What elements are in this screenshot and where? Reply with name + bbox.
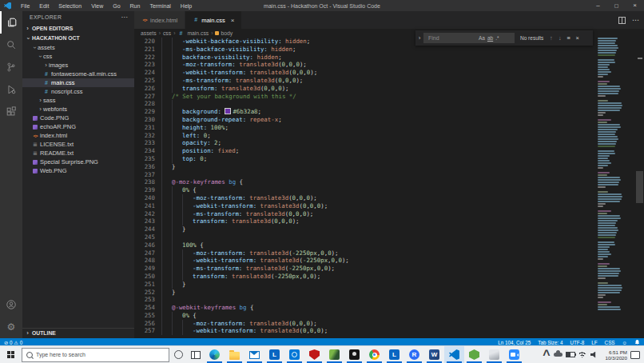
find-previous-icon[interactable]: ↑	[547, 34, 555, 42]
taskbar-app-r-app[interactable]: R	[404, 346, 424, 363]
onedrive-cloud-icon[interactable]	[552, 353, 564, 357]
status-tab-size-4[interactable]: Tab Size: 4	[538, 340, 563, 345]
menu-item-file[interactable]: File	[16, 2, 34, 10]
menu-item-terminal[interactable]: Terminal	[145, 2, 175, 10]
outline-section[interactable]: ›OUTLINE	[22, 328, 134, 338]
tree-item-noscript-css[interactable]: #noscript.css	[22, 87, 134, 96]
line-number[interactable]: 234	[134, 147, 161, 155]
code-line[interactable]: 227/* Set your background with this */	[134, 93, 598, 101]
notifications-bell-icon[interactable]	[634, 339, 640, 345]
status-css[interactable]: CSS	[605, 340, 615, 345]
status-lf[interactable]: LF	[591, 340, 597, 345]
menu-item-view[interactable]: View	[86, 2, 108, 10]
search-icon[interactable]	[0, 34, 22, 56]
line-number[interactable]: 253	[134, 296, 161, 304]
menu-item-run[interactable]: Run	[125, 2, 145, 10]
menu-item-edit[interactable]: Edit	[34, 2, 54, 10]
minimize-button[interactable]: –	[589, 0, 607, 11]
code-line[interactable]: 242-ms-transform: translate3d(0,0,0);	[134, 210, 598, 218]
code-line[interactable]: 223-moz-transform: translate3d(0,0,0);	[134, 61, 598, 69]
code-line[interactable]: 248-webkit-transform: translate3d(-2250p…	[134, 257, 598, 265]
breadcrumb-css[interactable]: css	[163, 30, 171, 36]
line-number[interactable]: 241	[134, 202, 161, 210]
taskbar-app-store[interactable]	[284, 346, 304, 363]
tree-item-main-css[interactable]: #main.css	[22, 78, 134, 87]
find-input[interactable]	[427, 34, 476, 42]
code-line[interactable]: 233opacity: 2;	[134, 139, 598, 147]
line-number[interactable]: 221	[134, 46, 161, 54]
tree-item-css[interactable]: ›css	[22, 52, 134, 61]
line-number[interactable]: 231	[134, 124, 161, 132]
find-close-icon[interactable]: ×	[573, 34, 582, 42]
tab-close-icon[interactable]: ×	[231, 17, 235, 24]
taskbar-app-echo3d[interactable]	[464, 346, 484, 363]
line-number[interactable]: 229	[134, 108, 161, 116]
whole-word-icon[interactable]: ab	[487, 35, 493, 41]
code-line[interactable]: 2390% {	[134, 186, 598, 194]
line-number[interactable]: 243	[134, 217, 161, 225]
code-line[interactable]: 247-moz-transform: translate3d(-2250px,0…	[134, 249, 598, 257]
line-number[interactable]: 244	[134, 225, 161, 233]
code-line[interactable]: 237	[134, 171, 598, 179]
editor-scrollbar[interactable]	[635, 29, 644, 338]
maximize-button[interactable]: ▢	[607, 0, 626, 11]
taskbar-app-vscode[interactable]	[444, 346, 464, 363]
match-case-icon[interactable]: Aa	[479, 35, 485, 41]
code-line[interactable]: 229background: #6b32a8;	[134, 108, 598, 116]
code-line[interactable]: 246100% {	[134, 241, 598, 249]
taskbar-app-mcafee[interactable]	[304, 346, 324, 363]
tree-item-web-png[interactable]: Web.PNG	[22, 166, 134, 175]
tree-item-echoar-png[interactable]: echoAR.PNG	[22, 122, 134, 131]
find-expand-icon[interactable]: ›	[415, 34, 423, 42]
line-number[interactable]: 246	[134, 241, 161, 249]
status-ln-104-col-25[interactable]: Ln 104, Col 25	[498, 340, 531, 345]
tree-item-images[interactable]: ›images	[22, 61, 134, 70]
line-number[interactable]: 230	[134, 116, 161, 124]
code-line[interactable]: 232left: 0;	[134, 132, 598, 140]
tree-item-special-surprise-png[interactable]: Special Surprise.PNG	[22, 158, 134, 166]
sidebar-more-icon[interactable]: ⋯	[121, 11, 128, 24]
close-button[interactable]: ×	[626, 0, 644, 11]
battery-icon[interactable]	[564, 352, 576, 357]
code-line[interactable]: 228	[134, 100, 598, 108]
run-debug-icon[interactable]	[0, 78, 22, 101]
code-line[interactable]: 222backface-visibility: hidden;	[134, 54, 598, 62]
line-number[interactable]: 228	[134, 100, 161, 108]
line-number[interactable]: 223	[134, 61, 161, 69]
line-number[interactable]: 224	[134, 69, 161, 77]
scrollbar-thumb[interactable]	[636, 171, 643, 203]
taskbar-app-lightroom[interactable]	[344, 346, 364, 363]
line-number[interactable]: 237	[134, 171, 161, 179]
code-line[interactable]: 250transform: translate3d(-2250px,0,0);	[134, 273, 598, 281]
line-number[interactable]: 245	[134, 233, 161, 241]
code-line[interactable]: 231height: 100%;	[134, 124, 598, 132]
breadcrumb-main-css[interactable]: #main.css	[177, 30, 209, 37]
taskbar-app-photos[interactable]	[324, 346, 344, 363]
settings-gear-icon[interactable]: ⚙	[0, 316, 22, 338]
line-number[interactable]: 236	[134, 163, 161, 171]
code-line[interactable]: 241-webkit-transform: translate3d(0,0,0)…	[134, 202, 598, 210]
tray-hidden-icons-chevron[interactable]: ^	[540, 348, 552, 362]
line-number[interactable]: 233	[134, 139, 161, 147]
taskbar-app-viewer3d[interactable]	[484, 346, 504, 363]
tree-item-assets[interactable]: ›assets	[22, 43, 134, 52]
tree-item-sass[interactable]: ›sass	[22, 96, 134, 105]
code-line[interactable]: 252}	[134, 289, 598, 297]
tree-item-index-html[interactable]: <>index.html	[22, 131, 134, 140]
tree-item-code-png[interactable]: Code.PNG	[22, 114, 134, 122]
menu-item-go[interactable]: Go	[108, 2, 125, 10]
tab-main-css[interactable]: #main.css×	[185, 11, 241, 29]
line-number[interactable]: 238	[134, 178, 161, 186]
task-view-button[interactable]	[187, 346, 205, 363]
cortana-button[interactable]	[169, 346, 187, 363]
explorer-icon[interactable]	[0, 11, 22, 34]
code-line[interactable]: 234position: fixed;	[134, 147, 598, 155]
code-line[interactable]: 2550% {	[134, 312, 598, 320]
source-control-icon[interactable]	[0, 56, 22, 78]
taskbar-app-zoom-app[interactable]	[504, 346, 524, 363]
taskbar-app-edge[interactable]	[205, 346, 225, 363]
code-line[interactable]: 254@-webkit-keyframes bg {	[134, 304, 598, 312]
line-number[interactable]: 232	[134, 132, 161, 140]
line-number[interactable]: 225	[134, 77, 161, 85]
code-line[interactable]: 226transform: translate3d(0,0,0);	[134, 85, 598, 93]
